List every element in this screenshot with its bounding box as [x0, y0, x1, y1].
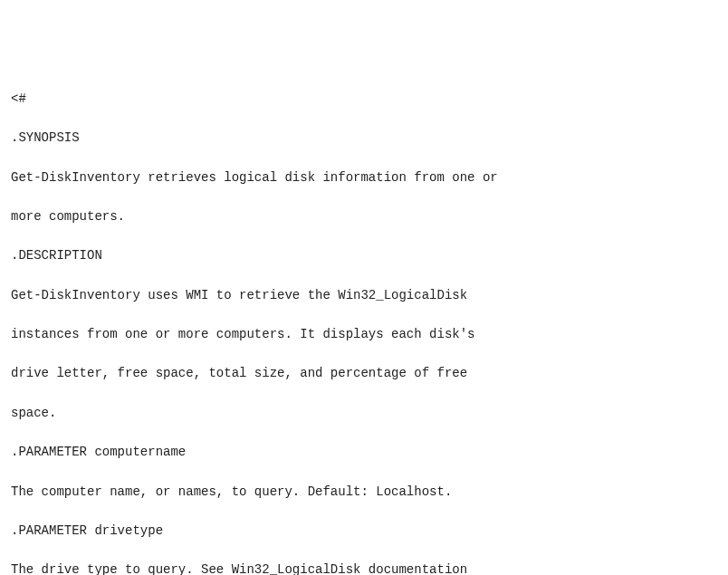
code-line: The computer name, or names, to query. D… — [11, 483, 717, 503]
code-line: instances from one or more computers. It… — [11, 325, 717, 345]
code-line: drive letter, free space, total size, an… — [11, 364, 717, 384]
synopsis-header: .SYNOPSIS — [11, 129, 717, 149]
code-line: <# — [11, 90, 717, 110]
code-line: Get-DiskInventory retrieves logical disk… — [11, 168, 717, 188]
description-header: .DESCRIPTION — [11, 246, 717, 266]
code-line: The drive type to query. See Win32_Logic… — [11, 561, 717, 575]
code-line: space. — [11, 404, 717, 424]
parameter-header: .PARAMETER computername — [11, 443, 717, 463]
code-line: more computers. — [11, 207, 717, 227]
parameter-header: .PARAMETER drivetype — [11, 522, 717, 541]
code-line: Get-DiskInventory uses WMI to retrieve t… — [11, 286, 717, 306]
